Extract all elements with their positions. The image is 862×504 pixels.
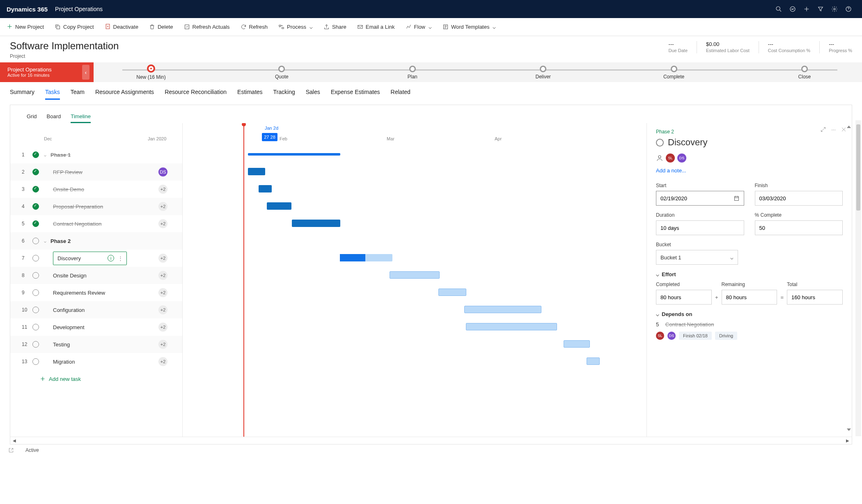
- start-date-field[interactable]: [656, 191, 744, 206]
- finish-date-field[interactable]: [755, 191, 843, 206]
- more-icon[interactable]: ···: [831, 126, 836, 133]
- avatar[interactable]: DS: [667, 332, 676, 340]
- stage-complete[interactable]: Complete: [641, 62, 707, 80]
- bucket-select[interactable]: Bucket 1⌵: [656, 250, 738, 265]
- tab-resource-reconciliation[interactable]: Resource Reconciliation: [165, 85, 227, 100]
- tab-tasks[interactable]: Tasks: [45, 85, 60, 100]
- today-box: 27 28: [262, 133, 277, 141]
- effort-remaining-field[interactable]: [722, 290, 777, 305]
- email-link-button[interactable]: Email a Link: [357, 24, 395, 30]
- stage-new[interactable]: New (16 Min): [118, 62, 184, 80]
- help-icon[interactable]: [841, 0, 855, 18]
- gantt-bar[interactable]: [248, 168, 265, 175]
- gantt-bar[interactable]: [267, 202, 291, 210]
- gantt-bar[interactable]: [438, 289, 466, 296]
- add-icon[interactable]: [800, 0, 814, 18]
- person-icon: [656, 154, 663, 162]
- svg-rect-7: [279, 25, 281, 26]
- form-tabs: Summary Tasks Team Resource Assignments …: [0, 82, 862, 100]
- refresh-actuals-button[interactable]: Refresh Actuals: [184, 24, 230, 30]
- panel-scrollbar[interactable]: [847, 126, 851, 431]
- gantt-area[interactable]: Jan 2d 27 28 Feb Mar Apr: [10, 123, 646, 437]
- view-tab-grid[interactable]: Grid: [27, 111, 37, 123]
- tasks-card: Grid Board Timeline Dec Jan 2020 1⌵Phase…: [10, 105, 852, 444]
- panel-breadcrumb[interactable]: Phase 2: [656, 129, 843, 135]
- gantt-bar[interactable]: [340, 254, 392, 261]
- command-bar: New Project Copy Project Deactivate Dele…: [0, 18, 862, 36]
- panel-title: Discovery: [656, 137, 843, 148]
- chevron-down-icon: ⌵: [730, 254, 734, 261]
- status-active: Active: [25, 447, 39, 453]
- bpf-collapse-icon[interactable]: ‹: [82, 65, 89, 80]
- page-scrollbar[interactable]: [855, 120, 861, 436]
- new-project-button[interactable]: New Project: [7, 23, 44, 31]
- gantt-bar[interactable]: [587, 357, 600, 365]
- assistant-icon[interactable]: [786, 0, 800, 18]
- record-header: Software Implementation Project ---Due D…: [0, 36, 862, 62]
- dep-num: 5: [656, 321, 659, 328]
- stage-close[interactable]: Close: [772, 62, 837, 80]
- filter-icon[interactable]: [814, 0, 828, 18]
- word-templates-button[interactable]: Word Templates⌵: [442, 24, 496, 30]
- stage-deliver[interactable]: Deliver: [510, 62, 576, 80]
- process-button[interactable]: Process⌵: [278, 24, 313, 30]
- stage-plan[interactable]: Plan: [380, 62, 445, 80]
- tab-tracking[interactable]: Tracking: [273, 85, 295, 100]
- tab-sales[interactable]: Sales: [306, 85, 320, 100]
- gantt-bar[interactable]: [292, 220, 340, 227]
- copy-project-button[interactable]: Copy Project: [55, 24, 94, 30]
- task-status-circle[interactable]: [656, 139, 664, 147]
- module-name: Project Operations: [55, 6, 103, 12]
- tab-team[interactable]: Team: [71, 85, 85, 100]
- tab-expense-estimates[interactable]: Expense Estimates: [331, 85, 380, 100]
- gantt-bar[interactable]: [466, 323, 557, 330]
- share-button[interactable]: Share: [323, 24, 346, 30]
- delete-button[interactable]: Delete: [149, 24, 173, 30]
- gantt-bar[interactable]: [248, 153, 340, 156]
- depends-section-header[interactable]: Depends on: [656, 311, 843, 317]
- expand-icon[interactable]: [820, 126, 826, 133]
- gear-icon[interactable]: [828, 0, 841, 18]
- effort-total-field[interactable]: [787, 290, 843, 305]
- gantt-bar[interactable]: [259, 185, 272, 192]
- top-navbar: Dynamics 365 Project Operations: [0, 0, 862, 18]
- horizontal-scrollbar[interactable]: ◀▶: [10, 437, 852, 444]
- duration-field[interactable]: [656, 220, 744, 235]
- bpf-flag[interactable]: Project Operations Active for 16 minutes…: [0, 62, 94, 82]
- add-note-link[interactable]: Add a note...: [656, 167, 843, 174]
- assignees[interactable]: SL DS: [656, 153, 843, 163]
- tab-resource-assignments[interactable]: Resource Assignments: [95, 85, 154, 100]
- task-detail-panel: ··· Phase 2 Discovery SL DS Add a note..…: [646, 123, 852, 437]
- tab-related[interactable]: Related: [391, 85, 410, 100]
- svg-point-11: [658, 156, 661, 158]
- tab-summary[interactable]: Summary: [10, 85, 34, 100]
- avatar[interactable]: SL: [666, 153, 675, 163]
- month-feb: Feb: [280, 136, 287, 141]
- flow-button[interactable]: Flow⌵: [406, 24, 432, 30]
- gantt-bar[interactable]: [390, 271, 440, 279]
- stage-quote[interactable]: Quote: [249, 62, 314, 80]
- effort-completed-field[interactable]: [656, 290, 712, 305]
- gantt-bar[interactable]: [464, 306, 541, 313]
- view-tab-board[interactable]: Board: [47, 111, 61, 123]
- page-subtitle: Project: [10, 53, 119, 59]
- deactivate-button[interactable]: Deactivate: [105, 23, 138, 31]
- bpf-stage-bar: Project Operations Active for 16 minutes…: [0, 62, 862, 82]
- avatar[interactable]: DS: [677, 153, 686, 163]
- close-icon[interactable]: [841, 126, 847, 133]
- today-label: Jan 2d: [265, 126, 278, 131]
- month-apr: Apr: [495, 136, 502, 141]
- svg-point-0: [776, 7, 780, 10]
- gantt-bar[interactable]: [564, 340, 590, 348]
- view-tab-timeline[interactable]: Timeline: [71, 111, 91, 123]
- effort-section-header[interactable]: Effort: [656, 271, 843, 277]
- refresh-button[interactable]: Refresh: [241, 24, 268, 30]
- percent-complete-field[interactable]: [755, 220, 843, 235]
- popout-icon[interactable]: [8, 447, 14, 453]
- svg-rect-9: [358, 25, 362, 29]
- avatar[interactable]: SL: [656, 332, 664, 340]
- header-stats: ---Due Date $0.00Estimated Labor Cost --…: [669, 40, 852, 53]
- dep-name[interactable]: Contract Negotiation: [665, 321, 714, 328]
- tab-estimates[interactable]: Estimates: [237, 85, 262, 100]
- search-icon[interactable]: [772, 0, 786, 18]
